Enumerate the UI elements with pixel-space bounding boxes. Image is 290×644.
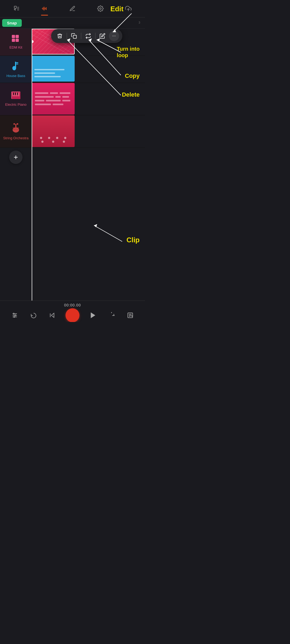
- top-bar: [0, 0, 145, 17]
- svg-point-27: [17, 123, 18, 125]
- track-row: String Orchestra: [0, 115, 145, 148]
- svg-rect-21: [13, 93, 14, 95]
- back-button[interactable]: [11, 3, 23, 14]
- svg-rect-7: [16, 39, 19, 42]
- svg-rect-12: [15, 62, 16, 69]
- svg-point-45: [14, 316, 15, 317]
- edit-clip-button[interactable]: [97, 31, 108, 41]
- svg-rect-6: [12, 39, 15, 42]
- svg-rect-22: [15, 93, 16, 95]
- toolbar-divider-1: [67, 33, 67, 39]
- play-button[interactable]: [88, 310, 98, 321]
- context-toolbar: ···: [51, 29, 122, 43]
- time-display: 00:00.00: [0, 301, 145, 307]
- bottom-bar: 00:00.00: [0, 301, 145, 322]
- copy-button[interactable]: [69, 31, 79, 41]
- track-name-edm: EDM Kit: [9, 45, 22, 49]
- svg-point-43: [13, 313, 14, 314]
- piano-pattern-row-1: [35, 92, 71, 94]
- add-track-row: +: [0, 148, 145, 167]
- svg-rect-13: [16, 62, 18, 63]
- toolbar-divider-2: [81, 33, 81, 39]
- svg-rect-4: [12, 35, 15, 38]
- svg-point-26: [13, 123, 15, 125]
- loop-button[interactable]: [83, 31, 94, 41]
- snap-row: Snap 3: [0, 17, 145, 29]
- toolbar-divider-3: [95, 33, 96, 39]
- svg-rect-20: [18, 93, 19, 96]
- timeline-ruler: 3: [24, 20, 143, 26]
- more-button[interactable]: ···: [109, 31, 119, 41]
- track-label-string[interactable]: String Orchestra: [0, 115, 32, 148]
- track-name-piano: Electric Piano: [5, 103, 26, 107]
- piano-pattern-row-4: [35, 104, 71, 105]
- record-button[interactable]: [66, 308, 79, 322]
- track-label-bass[interactable]: House Bass: [0, 56, 32, 83]
- piano-pattern-row-2: [35, 96, 71, 98]
- add-track-button[interactable]: +: [9, 151, 23, 164]
- svg-rect-5: [16, 35, 19, 38]
- string-pattern-2: [37, 141, 69, 143]
- track-row: Electric Piano: [0, 83, 145, 115]
- piano-icon: [11, 92, 20, 101]
- svg-rect-25: [15, 124, 16, 130]
- ruler-number: 3: [139, 21, 140, 24]
- svg-point-1: [100, 8, 101, 9]
- clip-piano[interactable]: [32, 83, 75, 115]
- piano-pattern-row-3: [35, 100, 71, 101]
- track-row: House Bass: [0, 56, 145, 83]
- snap-button[interactable]: Snap: [2, 19, 22, 27]
- track-timeline-string[interactable]: [32, 115, 145, 148]
- pen-button[interactable]: [67, 3, 78, 14]
- clip-string[interactable]: [32, 115, 75, 147]
- string-pattern: [37, 137, 69, 139]
- track-timeline-bass[interactable]: [32, 56, 145, 83]
- track-label-edm[interactable]: EDM Kit: [0, 29, 32, 56]
- svg-marker-48: [91, 313, 95, 318]
- mixer-button[interactable]: [9, 310, 20, 321]
- svg-point-44: [15, 315, 16, 316]
- rewind-button[interactable]: [47, 310, 57, 321]
- track-timeline-piano[interactable]: [32, 83, 145, 115]
- waveform-button[interactable]: [39, 3, 50, 14]
- transport-controls: [0, 307, 145, 322]
- bass-icon: [12, 61, 20, 72]
- track-label-piano[interactable]: Electric Piano: [0, 83, 32, 115]
- playhead: [32, 29, 32, 301]
- redo-button[interactable]: [106, 310, 117, 321]
- svg-rect-14: [16, 64, 18, 64]
- tracks-area: EDM Kit: [0, 29, 145, 301]
- edm-kit-icon: [12, 35, 20, 44]
- clip-bass[interactable]: [32, 56, 75, 82]
- bass-pattern: [34, 69, 72, 77]
- track-name-bass: House Bass: [6, 74, 25, 78]
- track-name-string: String Orchestra: [3, 136, 29, 140]
- upload-button[interactable]: [122, 3, 134, 14]
- svg-rect-0: [14, 6, 16, 8]
- undo-button[interactable]: [28, 310, 39, 321]
- add-track-area: +: [0, 148, 32, 167]
- svg-marker-46: [51, 313, 54, 317]
- svg-rect-3: [73, 35, 77, 38]
- string-icon: [12, 123, 20, 134]
- delete-button[interactable]: [55, 31, 65, 41]
- settings-button[interactable]: [95, 3, 106, 14]
- svg-rect-23: [17, 93, 18, 95]
- score-button[interactable]: [125, 310, 136, 321]
